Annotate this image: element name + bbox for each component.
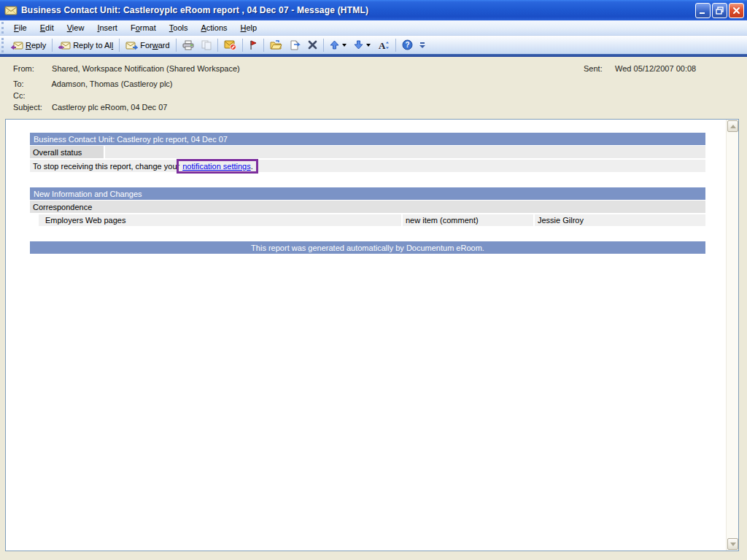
forward-button[interactable]: Forward: [123, 39, 172, 52]
message-body: Business Contact Unit: Castleroy plc rep…: [5, 119, 739, 551]
item-member: Jessie Gilroy: [538, 216, 584, 225]
item-name-cell: Employers Web pages: [39, 214, 401, 226]
sent-label: Sent:: [584, 64, 613, 73]
delete-x-icon: [308, 40, 317, 50]
report-footer-bar: This report was generated automatically …: [30, 241, 705, 254]
toolbar-grip[interactable]: [1, 38, 5, 52]
scroll-up-button[interactable]: [727, 120, 738, 132]
from-value: Shared, Workspace Notification (Shared W…: [52, 64, 240, 73]
create-rule-icon: [290, 40, 301, 50]
copy-icon: [201, 40, 212, 50]
item-member-cell: Jessie Gilroy: [535, 214, 705, 226]
window-title: Business Contact Unit: Castleroyplc eRoo…: [21, 5, 695, 15]
next-item-button[interactable]: [351, 39, 374, 51]
annotation-highlight-box: notification settings.: [177, 159, 258, 174]
toolbar-separator: [119, 39, 120, 52]
overall-status-row: Overall status: [30, 146, 705, 158]
menu-view[interactable]: View: [61, 22, 91, 34]
move-to-folder-button[interactable]: [267, 39, 285, 52]
item-indent: [30, 214, 39, 226]
help-question-icon: ?: [402, 39, 413, 50]
scroll-down-button[interactable]: [727, 538, 738, 550]
reply-button[interactable]: Reply: [8, 39, 49, 52]
junk-mail-icon: [224, 39, 236, 50]
reply-to-all-button[interactable]: Reply to All: [55, 39, 116, 52]
font-size-icon: A: [378, 40, 390, 50]
delete-button[interactable]: [305, 39, 320, 51]
report-title: Business Contact Unit: Castleroy plc rep…: [34, 135, 228, 144]
create-rule-button[interactable]: [287, 39, 303, 52]
help-button[interactable]: ?: [399, 38, 416, 52]
notice-text: To stop receiving this report, change yo…: [33, 162, 179, 171]
text-size-button[interactable]: A: [375, 39, 392, 52]
down-arrow-icon: [354, 40, 363, 50]
overall-status-empty-cell: [105, 146, 705, 158]
toolbar-separator: [217, 39, 218, 52]
junk-email-button[interactable]: [221, 38, 239, 52]
eroom-report: Business Contact Unit: Castleroy plc rep…: [30, 133, 705, 254]
svg-text:?: ?: [405, 41, 409, 49]
report-footer-text: This report was generated automatically …: [251, 244, 484, 252]
cc-label: Cc:: [13, 91, 50, 100]
previous-item-dropdown-caret[interactable]: [342, 44, 347, 47]
message-header-pane: From: Shared, Workspace Notification (Sh…: [0, 57, 747, 119]
restore-button[interactable]: [712, 3, 727, 18]
from-label: From:: [13, 64, 50, 73]
toolbar-separator: [323, 39, 324, 52]
up-arrow-icon: [330, 40, 339, 50]
report-title-bar: Business Contact Unit: Castleroy plc rep…: [30, 133, 705, 145]
menu-bar: FileEditViewInsertFormatToolsActionsHelp: [0, 20, 747, 36]
vertical-scrollbar[interactable]: [726, 120, 738, 551]
menu-file[interactable]: File: [7, 22, 34, 34]
notification-notice-row: To stop receiving this report, change yo…: [30, 160, 705, 172]
title-bar: Business Contact Unit: Castleroyplc eRoo…: [0, 0, 747, 20]
menubar-grip[interactable]: [1, 22, 5, 34]
to-value: Adamson, Thomas (Castleroy plc): [51, 79, 172, 88]
envelope-reply-all-icon: [58, 40, 71, 50]
toolbar-separator: [242, 39, 243, 52]
item-change-cell: new item (comment): [403, 214, 533, 226]
standard-toolbar: Reply Reply to All Forward: [0, 36, 747, 54]
subject-label: Subject:: [13, 103, 50, 112]
menu-format[interactable]: Format: [124, 22, 163, 34]
new-information-bar: New Information and Changes: [30, 187, 705, 200]
previous-item-button[interactable]: [327, 39, 349, 51]
category-label: Correspondence: [33, 203, 92, 211]
menu-help[interactable]: Help: [234, 22, 264, 34]
minimize-button[interactable]: [695, 3, 711, 18]
toolbar-separator: [52, 39, 53, 52]
print-button[interactable]: [179, 39, 197, 52]
sent-value: Wed 05/12/2007 00:08: [615, 64, 696, 73]
toolbar-options-chevron-icon[interactable]: [418, 37, 427, 53]
notification-settings-link[interactable]: notification settings: [182, 162, 251, 171]
subject-value: Castleroy plc eRoom, 04 Dec 07: [52, 103, 167, 112]
reply-to-all-label: Reply to All: [73, 41, 113, 50]
follow-up-flag-button[interactable]: [246, 39, 260, 52]
copy-button[interactable]: [198, 39, 214, 52]
menu-edit[interactable]: Edit: [34, 22, 61, 34]
overall-status-label: Overall status: [33, 148, 82, 157]
new-information-title: New Information and Changes: [34, 190, 142, 198]
move-to-folder-icon: [270, 40, 282, 50]
toolbar-separator: [263, 39, 264, 52]
next-item-dropdown-caret[interactable]: [366, 44, 371, 47]
notice-suffix: .: [251, 162, 253, 171]
item-name: Employers Web pages: [45, 216, 125, 225]
toolbar-separator: [176, 39, 177, 52]
overall-status-cell: Overall status: [30, 146, 104, 158]
menu-tools[interactable]: Tools: [163, 22, 195, 34]
reply-label: Reply: [26, 41, 46, 50]
close-button[interactable]: [729, 3, 744, 18]
forward-label: Forward: [140, 41, 169, 50]
envelope-forward-icon: [125, 40, 138, 50]
outlook-message-window: Business Contact Unit: Castleroyplc eRoo…: [0, 0, 747, 560]
menu-insert[interactable]: Insert: [90, 22, 124, 34]
message-envelope-icon: [4, 4, 18, 16]
to-label: To:: [13, 79, 50, 88]
scroll-down-arrow-icon: [730, 542, 736, 546]
follow-up-flag-icon: [249, 40, 258, 50]
scroll-up-arrow-icon: [730, 125, 736, 128]
menu-actions[interactable]: Actions: [194, 22, 233, 34]
category-row: Correspondence: [30, 201, 705, 213]
svg-text:A: A: [379, 40, 386, 50]
